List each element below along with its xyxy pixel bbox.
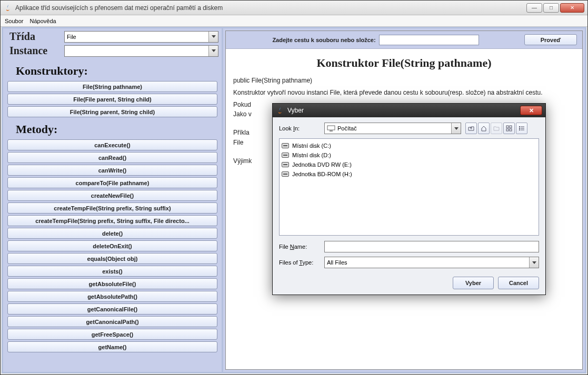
method-button[interactable]: exists()	[7, 266, 217, 277]
file-list[interactable]: Místní disk (C:)Místní disk (D:)Jednotka…	[279, 138, 539, 236]
computer-icon	[327, 125, 335, 131]
method-button[interactable]: getCanonicalPath()	[7, 316, 217, 327]
method-button[interactable]: createNewFile()	[7, 190, 217, 201]
constructor-button[interactable]: File(String pathname)	[7, 81, 217, 92]
svg-rect-10	[519, 129, 520, 130]
minimize-button[interactable]: —	[526, 3, 542, 13]
java-icon	[4, 4, 12, 12]
menu-help[interactable]: Nápověda	[29, 18, 56, 24]
svg-rect-6	[519, 126, 520, 127]
file-name-input[interactable]	[324, 241, 539, 252]
dialog-title: Vyber	[287, 107, 520, 114]
window-title: Aplikace tříd souvisejících s přenosem d…	[15, 4, 526, 12]
methods-header: Metody:	[3, 118, 222, 138]
menu-file[interactable]: Soubor	[5, 18, 23, 24]
look-in-value: Počítač	[337, 125, 357, 131]
method-button[interactable]: canWrite()	[7, 165, 217, 176]
method-button[interactable]: canRead()	[7, 152, 217, 163]
window-titlebar: Aplikace tříd souvisejících s přenosem d…	[1, 1, 587, 15]
window-controls: — □ ✕	[526, 3, 584, 13]
menubar: Soubor Nápověda	[1, 15, 587, 27]
files-type-label: Files of Type:	[279, 259, 320, 266]
drive-item[interactable]: Místní disk (D:)	[282, 150, 536, 160]
drive-item[interactable]: Místní disk (C:)	[282, 141, 536, 150]
svg-rect-4	[506, 129, 509, 131]
svg-rect-8	[519, 128, 520, 129]
disk-icon	[282, 153, 289, 158]
drive-label: Místní disk (D:)	[292, 152, 331, 158]
go-button[interactable]: Proveď	[524, 34, 577, 45]
dialog-ok-button[interactable]: Vyber	[453, 277, 494, 289]
new-folder-icon[interactable]	[491, 123, 502, 134]
details-view-icon[interactable]	[516, 123, 527, 134]
chevron-down-icon	[451, 123, 461, 134]
file-name-label: File Name:	[279, 244, 320, 250]
method-button[interactable]: getName()	[7, 341, 217, 352]
dialog-cancel-button[interactable]: Cancel	[498, 277, 539, 289]
method-button[interactable]: equals(Object obj)	[7, 253, 217, 264]
disk-icon	[282, 143, 289, 148]
svg-rect-1	[330, 130, 333, 131]
method-button[interactable]: compareTo(File pathname)	[7, 177, 217, 188]
instance-combo[interactable]	[64, 45, 218, 57]
constructor-button[interactable]: File(String parent, String child)	[7, 106, 217, 117]
files-type-value: All Files	[327, 259, 347, 266]
chevron-down-icon	[208, 46, 218, 56]
chevron-down-icon	[529, 257, 539, 268]
method-button[interactable]: getCanonicalFile()	[7, 303, 217, 315]
dialog-titlebar: Vyber ✕	[273, 104, 545, 117]
doc-signature: public File(String pathname)	[233, 76, 575, 85]
method-button[interactable]: delete()	[7, 228, 217, 239]
up-folder-icon[interactable]	[465, 123, 477, 134]
dialog-close-button[interactable]: ✕	[520, 106, 542, 115]
doc-para1: Konstruktor vytvoří novou instanci File,…	[233, 88, 575, 97]
class-combo[interactable]: File	[64, 31, 218, 43]
method-button[interactable]: createTempFile(String prefix, String suf…	[7, 215, 217, 226]
instance-label: Instance	[9, 45, 64, 57]
disk-icon	[282, 162, 289, 167]
drive-item[interactable]: Jednotka DVD RW (E:)	[282, 160, 536, 169]
svg-rect-3	[510, 126, 512, 128]
maximize-button[interactable]: □	[543, 3, 559, 13]
path-prompt: Zadejte cestu k souboru nebo složce:	[272, 37, 375, 43]
look-in-combo[interactable]: Počítač	[324, 123, 461, 134]
file-dialog: Vyber ✕ Look In: Počítač Místní disk (C:…	[272, 103, 546, 295]
class-combo-value: File	[67, 34, 76, 40]
class-label: Třída	[9, 31, 64, 43]
svg-rect-5	[510, 129, 512, 131]
close-button[interactable]: ✕	[560, 3, 584, 13]
look-in-label: Look In:	[279, 125, 320, 131]
method-button[interactable]: getAbsolutePath()	[7, 291, 217, 302]
path-input[interactable]	[379, 35, 479, 45]
list-view-icon[interactable]	[503, 123, 515, 134]
method-list: canExecute()canRead()canWrite()compareTo…	[3, 138, 222, 372]
svg-rect-0	[327, 126, 335, 130]
files-type-combo[interactable]: All Files	[324, 257, 539, 268]
chevron-down-icon	[208, 32, 218, 42]
drive-label: Jednotka DVD RW (E:)	[292, 161, 352, 168]
constructor-button[interactable]: File(File parent, String child)	[7, 94, 217, 105]
drive-label: Místní disk (C:)	[292, 143, 331, 149]
toolbar	[465, 123, 527, 134]
method-button[interactable]: deleteOnExit()	[7, 240, 217, 251]
constructor-list: File(String pathname)File(File parent, S…	[3, 80, 222, 118]
method-button[interactable]: getFreeSpace()	[7, 329, 217, 340]
drive-item[interactable]: Jednotka BD-ROM (H:)	[282, 169, 536, 179]
constructors-header: Konstruktory:	[3, 60, 222, 80]
java-icon	[276, 106, 284, 115]
home-icon[interactable]	[478, 123, 490, 134]
method-button[interactable]: createTempFile(String prefix, String suf…	[7, 202, 217, 214]
path-bar: Zadejte cestu k souboru nebo složce: Pro…	[226, 31, 582, 49]
drive-label: Jednotka BD-ROM (H:)	[292, 171, 352, 177]
left-panel: Třída File Instance Konstr	[3, 28, 223, 372]
method-button[interactable]: getAbsoluteFile()	[7, 278, 217, 289]
disk-icon	[282, 171, 289, 177]
method-button[interactable]: canExecute()	[7, 139, 217, 150]
doc-heading: Konstruktor File(String pathname)	[233, 56, 575, 70]
svg-rect-2	[506, 126, 509, 128]
